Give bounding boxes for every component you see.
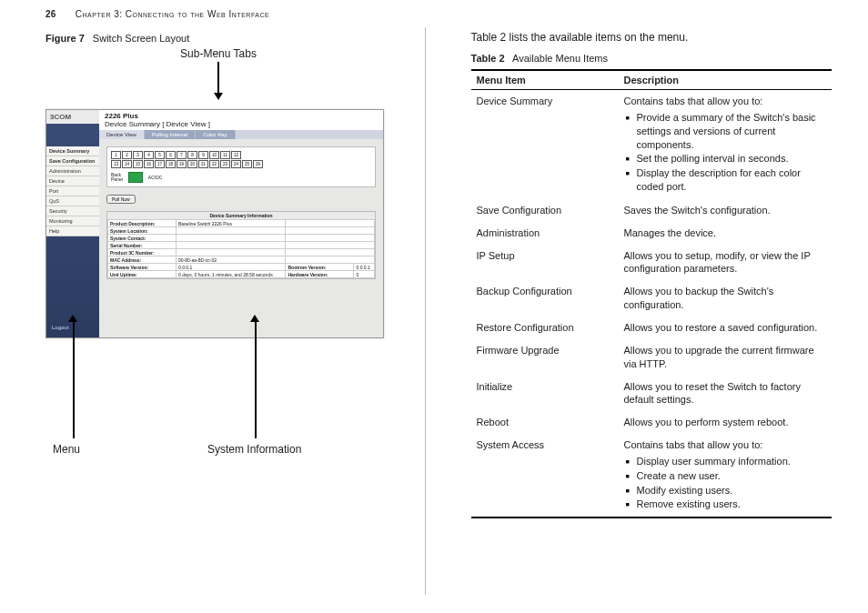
port[interactable]: 22 xyxy=(209,160,219,168)
menu-item-cell: Initialize xyxy=(471,376,619,412)
menu-item-cell: Firmware Upgrade xyxy=(471,339,619,376)
poll-area: Poll Now xyxy=(106,195,376,204)
acdc-label: AC/DC xyxy=(148,175,163,180)
sidebar-item[interactable]: QoS xyxy=(46,196,99,206)
arrow-up-icon xyxy=(255,320,257,438)
table-row: InitializeAllows you to reset the Switch… xyxy=(471,376,833,412)
info-value xyxy=(177,249,286,256)
info-value: Baseline Switch 2226 Plus xyxy=(177,220,286,227)
logo-3com: 3COM xyxy=(46,110,99,124)
port[interactable]: 3 xyxy=(133,151,143,159)
tab[interactable]: Polling Interval xyxy=(145,130,196,139)
table-row: System AccessContains tabs that allow yo… xyxy=(471,434,833,518)
sidebar-item[interactable]: Administration xyxy=(46,166,99,176)
description-cell: Saves the Switch's configuration. xyxy=(619,199,833,222)
sidebar-item[interactable]: Security xyxy=(46,206,99,216)
menu-item-cell: Device Summary xyxy=(471,90,619,199)
sidebar-item[interactable]: Help xyxy=(46,226,99,236)
arrow-down-icon xyxy=(217,62,219,94)
table-row: Save ConfigurationSaves the Switch's con… xyxy=(471,199,833,222)
right-column: Table 2 lists the available items on the… xyxy=(453,27,833,595)
port[interactable]: 19 xyxy=(177,160,187,168)
list-item: Set the polling interval in seconds. xyxy=(624,152,827,166)
info-key: System Location: xyxy=(108,227,177,235)
table-label: Table 2 xyxy=(471,53,505,64)
info-key: Bootrom Version: xyxy=(286,264,354,271)
table-row: Device SummaryContains tabs that allow y… xyxy=(471,90,833,199)
info-value xyxy=(177,227,286,235)
description-cell: Manages the device. xyxy=(619,222,833,245)
menu-item-cell: System Access xyxy=(471,434,619,518)
port[interactable]: 14 xyxy=(122,160,132,168)
port[interactable]: 5 xyxy=(155,151,165,159)
menu-item-cell: Save Configuration xyxy=(471,199,619,222)
sidebar-item[interactable]: Device Summary xyxy=(46,146,99,156)
screenshot-menu: Device SummarySave ConfigurationAdminist… xyxy=(46,146,99,236)
poll-now-button[interactable]: Poll Now xyxy=(106,195,136,204)
tab[interactable]: Color Key xyxy=(196,130,235,139)
col-menu-item: Menu Item xyxy=(471,70,619,90)
col-description: Description xyxy=(619,70,833,90)
port[interactable]: 8 xyxy=(187,151,197,159)
info-key: Serial Number: xyxy=(108,242,177,249)
tab[interactable]: Device View xyxy=(99,130,145,139)
power-indicator-icon xyxy=(128,172,143,183)
port[interactable]: 10 xyxy=(209,151,219,159)
submenu-tabs: Device ViewPolling IntervalColor Key xyxy=(99,130,383,139)
info-value: 0.0.0.1 xyxy=(177,264,286,271)
info-value: 0.0.0.1 xyxy=(354,264,375,271)
sidebar-item[interactable]: Port xyxy=(46,186,99,196)
description-cell: Allows you to reset the Switch to factor… xyxy=(619,376,833,412)
port[interactable]: 12 xyxy=(231,151,241,159)
screenshot-figure: 3COM Device SummarySave ConfigurationAdm… xyxy=(45,109,384,338)
port[interactable]: 11 xyxy=(220,151,230,159)
callout-submenu-tabs: Sub-Menu Tabs xyxy=(164,47,273,60)
info-value: 0 days, 0 hours, 1 minutes, and 28.58 se… xyxy=(177,271,286,278)
bullet-list: Provide a summary of the Switch's basic … xyxy=(624,111,827,194)
info-key: Product Description: xyxy=(108,220,177,227)
port[interactable]: 20 xyxy=(187,160,197,168)
sidebar-item[interactable]: Monitoring xyxy=(46,216,99,226)
port[interactable]: 4 xyxy=(144,151,154,159)
table-row: Backup ConfigurationAllows you to backup… xyxy=(471,280,833,317)
port[interactable]: 18 xyxy=(166,160,176,168)
list-item: Remove existing users. xyxy=(624,497,827,511)
port[interactable]: 9 xyxy=(198,151,208,159)
menu-item-cell: IP Setup xyxy=(471,245,619,281)
port[interactable]: 23 xyxy=(220,160,230,168)
system-info-header: Device Summary Information xyxy=(107,212,375,219)
port[interactable]: 2 xyxy=(122,151,132,159)
table-title: Available Menu Items xyxy=(512,53,608,64)
sidebar-item[interactable]: Device xyxy=(46,176,99,186)
port[interactable]: 16 xyxy=(144,160,154,168)
port[interactable]: 7 xyxy=(177,151,187,159)
description-cell: Allows you to restore a saved configurat… xyxy=(619,317,833,339)
figure-title: Switch Screen Layout xyxy=(93,33,189,44)
port[interactable]: 15 xyxy=(133,160,143,168)
info-key: Software Version: xyxy=(108,264,177,271)
port[interactable]: 1 xyxy=(111,151,121,159)
screenshot-titlebar: 2226 Plus Device Summary [ Device View ] xyxy=(99,110,383,130)
sidebar-item[interactable]: Save Configuration xyxy=(46,156,99,166)
port[interactable]: 21 xyxy=(198,160,208,168)
menu-item-cell: Restore Configuration xyxy=(471,317,619,339)
port[interactable]: 25 xyxy=(242,160,252,168)
port[interactable]: 24 xyxy=(231,160,241,168)
info-key: Unit Uptime: xyxy=(108,271,177,278)
info-value: 0 xyxy=(354,271,375,278)
description-cell: Contains tabs that allow you to:Provide … xyxy=(619,90,833,199)
port[interactable]: 6 xyxy=(166,151,176,159)
description-cell: Allows you to setup, modify, or view the… xyxy=(619,245,833,281)
port[interactable]: 26 xyxy=(253,160,263,168)
logout-link: Logout xyxy=(52,325,68,330)
description-cell: Allows you to perform system reboot. xyxy=(619,411,833,434)
lead-text: Table 2 lists the available items on the… xyxy=(471,31,833,44)
description-cell: Contains tabs that allow you to:Display … xyxy=(619,434,833,518)
ports-row-bottom: 1314151617181920212223242526 xyxy=(111,160,371,168)
arrow-up-icon xyxy=(73,320,75,438)
port[interactable]: 17 xyxy=(155,160,165,168)
info-key: System Contact: xyxy=(108,235,177,242)
port[interactable]: 13 xyxy=(111,160,121,168)
table-row: IP SetupAllows you to setup, modify, or … xyxy=(471,245,833,281)
left-column: Figure 7 Switch Screen Layout Sub-Menu T… xyxy=(45,27,426,595)
